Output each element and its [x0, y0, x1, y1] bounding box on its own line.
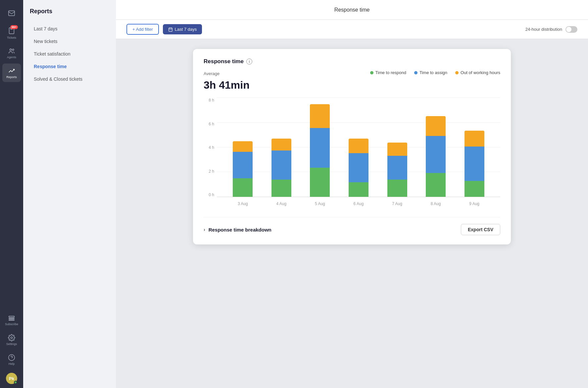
nav-item-last7days[interactable]: Last 7 days	[30, 23, 109, 35]
chart-area	[217, 98, 500, 197]
svg-point-6	[11, 337, 13, 339]
svg-point-2	[12, 49, 14, 51]
chart-container: 8 h 6 h 4 h 2 h 0 h	[204, 98, 500, 210]
bar-group-5	[426, 116, 446, 197]
bar-blue-6[interactable]	[465, 147, 484, 181]
sidebar-item-settings[interactable]: Settings	[2, 330, 21, 349]
sidebar-item-reports[interactable]: Reports	[2, 64, 21, 82]
bar-blue-1[interactable]	[271, 151, 291, 180]
legend-outofhours-label: Out of working hours	[461, 70, 500, 75]
svg-rect-9	[169, 28, 172, 31]
bar-green-2[interactable]	[310, 168, 330, 197]
svg-point-7	[9, 354, 15, 360]
bar-blue-0[interactable]	[233, 152, 253, 178]
date-range-label: Last 7 days	[175, 27, 197, 32]
bar-group-1	[271, 139, 291, 197]
bar-group-4	[387, 143, 407, 197]
avatar[interactable]: Pk	[6, 373, 17, 384]
legend-outofhours-dot	[455, 71, 459, 74]
average-value: 3h 41min	[204, 79, 500, 91]
sidebar-item-help[interactable]: Help	[2, 350, 21, 369]
y-axis: 8 h 6 h 4 h 2 h 0 h	[204, 98, 217, 197]
bar-orange-2[interactable]	[310, 104, 330, 128]
chart-card: Response time i Average Time to respond …	[193, 49, 511, 244]
nav-item-ticketsatisfaction[interactable]: Ticket satisfaction	[30, 48, 109, 60]
bar-green-4[interactable]	[387, 180, 407, 197]
tickets-badge: 99+	[10, 25, 18, 29]
subscribe-label: Subscribe	[5, 323, 18, 326]
bar-orange-0[interactable]	[233, 141, 253, 152]
date-range-button[interactable]: Last 7 days	[163, 24, 202, 34]
bar-blue-4[interactable]	[387, 156, 407, 180]
bar-group-2	[310, 104, 330, 197]
nav-panel: Reports Last 7 days New tickets Ticket s…	[23, 0, 116, 388]
bar-green-1[interactable]	[271, 180, 291, 197]
bar-green-0[interactable]	[233, 178, 253, 197]
settings-label: Settings	[6, 342, 17, 346]
bar-orange-4[interactable]	[387, 143, 407, 156]
reports-label: Reports	[6, 75, 17, 79]
bar-orange-3[interactable]	[349, 139, 368, 153]
breakdown-toggle[interactable]: › Response time breakdown	[204, 227, 271, 233]
distribution-toggle[interactable]	[565, 26, 577, 33]
legend-assign: Time to assign	[414, 70, 447, 75]
average-label: Average	[204, 71, 220, 76]
page-title: Response time	[334, 7, 370, 13]
nav-item-solvedclosed[interactable]: Solved & Closed tickets	[30, 73, 109, 85]
legend-respond-dot	[370, 71, 373, 74]
agents-label: Agents	[7, 56, 16, 59]
bar-blue-3[interactable]	[349, 153, 368, 182]
x-label-4: 7 Aug	[392, 201, 402, 206]
svg-rect-0	[9, 11, 15, 16]
bar-group-3	[349, 139, 368, 197]
x-label-3: 6 Aug	[354, 201, 364, 206]
content-area: Response time i Average Time to respond …	[116, 39, 588, 388]
x-label-2: 5 Aug	[315, 201, 325, 206]
legend-respond: Time to respond	[370, 70, 406, 75]
distribution-label: 24-hour distribution	[525, 27, 562, 32]
bar-green-5[interactable]	[426, 173, 446, 197]
bar-orange-6[interactable]	[465, 131, 484, 147]
info-icon[interactable]: i	[246, 59, 252, 65]
breakdown-label: Response time breakdown	[209, 227, 271, 233]
x-label-5: 8 Aug	[431, 201, 441, 206]
nav-item-responsetime[interactable]: Response time	[30, 61, 109, 72]
y-label-0h: 0 h	[209, 193, 214, 197]
x-label-1: 4 Aug	[276, 201, 286, 206]
help-label: Help	[9, 362, 15, 366]
bar-green-6[interactable]	[465, 181, 484, 197]
add-filter-button[interactable]: + Add filter	[126, 24, 159, 35]
nav-item-newtickets[interactable]: New tickets	[30, 35, 109, 47]
nav-title: Reports	[30, 8, 109, 15]
bar-blue-2[interactable]	[310, 128, 330, 168]
bar-green-3[interactable]	[349, 182, 368, 197]
toolbar: + Add filter Last 7 days 24-hour distrib…	[116, 20, 588, 39]
bar-orange-1[interactable]	[271, 139, 291, 151]
x-label-0: 3 Aug	[238, 201, 248, 206]
x-labels: 3 Aug4 Aug5 Aug6 Aug7 Aug8 Aug9 Aug	[217, 197, 500, 210]
sidebar-item-tickets[interactable]: 99+ Tickets	[2, 24, 21, 42]
x-label-6: 9 Aug	[469, 201, 479, 206]
main-content: Response time + Add filter Last 7 days 2…	[116, 0, 588, 388]
chart-title: Response time i	[204, 58, 500, 65]
main-header: Response time	[116, 0, 588, 20]
tickets-label: Tickets	[7, 36, 16, 39]
bar-blue-5[interactable]	[426, 136, 446, 173]
avatar-initials: Pk	[9, 376, 14, 381]
y-label-6h: 6 h	[209, 122, 214, 126]
y-label-2h: 2 h	[209, 169, 214, 174]
y-label-4h: 4 h	[209, 145, 214, 150]
svg-point-1	[10, 49, 12, 51]
bar-group-0	[233, 141, 253, 197]
sidebar-item-agents[interactable]: Agents	[2, 44, 21, 62]
y-label-8h: 8 h	[209, 98, 214, 103]
bar-orange-5[interactable]	[426, 116, 446, 136]
svg-rect-4	[9, 318, 15, 319]
breakdown-footer: › Response time breakdown Export CSV	[204, 217, 500, 235]
export-csv-button[interactable]: Export CSV	[461, 224, 500, 235]
distribution-toggle-area: 24-hour distribution	[525, 26, 577, 33]
chevron-icon: ›	[204, 227, 205, 232]
legend-assign-dot	[414, 71, 417, 74]
sidebar-item-mail[interactable]	[2, 4, 21, 22]
sidebar-item-subscribe[interactable]: Subscribe	[2, 311, 21, 329]
